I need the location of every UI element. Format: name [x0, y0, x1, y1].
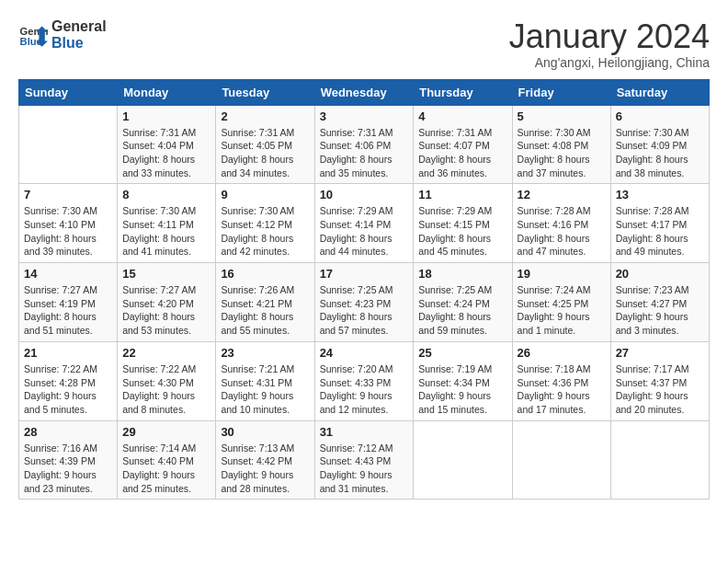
day-number: 27 — [616, 346, 704, 360]
day-number: 29 — [122, 425, 210, 439]
day-info: Sunrise: 7:23 AMSunset: 4:27 PMDaylight:… — [616, 283, 704, 338]
calendar-cell: 5Sunrise: 7:30 AMSunset: 4:08 PMDaylight… — [512, 105, 610, 184]
calendar-cell — [19, 105, 118, 184]
day-info: Sunrise: 7:12 AMSunset: 4:43 PMDaylight:… — [320, 442, 409, 496]
day-info: Sunrise: 7:24 AMSunset: 4:25 PMDaylight:… — [518, 283, 606, 338]
calendar-cell: 11Sunrise: 7:29 AMSunset: 4:15 PMDayligh… — [414, 184, 512, 263]
day-number: 7 — [24, 188, 112, 201]
day-info: Sunrise: 7:30 AMSunset: 4:08 PMDaylight:… — [518, 126, 606, 180]
calendar-cell: 3Sunrise: 7:31 AMSunset: 4:06 PMDaylight… — [314, 105, 414, 184]
day-info: Sunrise: 7:29 AMSunset: 4:15 PMDaylight:… — [418, 204, 506, 259]
calendar-cell: 16Sunrise: 7:26 AMSunset: 4:21 PMDayligh… — [216, 263, 314, 342]
day-info: Sunrise: 7:30 AMSunset: 4:10 PMDaylight:… — [24, 204, 112, 259]
week-row-4: 21Sunrise: 7:22 AMSunset: 4:28 PMDayligh… — [19, 341, 710, 420]
calendar-cell: 27Sunrise: 7:17 AMSunset: 4:37 PMDayligh… — [610, 341, 709, 420]
weekday-header-thursday: Thursday — [414, 79, 512, 105]
day-number: 26 — [518, 346, 606, 360]
weekday-header-saturday: Saturday — [610, 79, 709, 105]
day-info: Sunrise: 7:30 AMSunset: 4:12 PMDaylight:… — [221, 204, 309, 259]
day-info: Sunrise: 7:25 AMSunset: 4:24 PMDaylight:… — [418, 283, 506, 338]
weekday-header-wednesday: Wednesday — [314, 79, 414, 105]
day-number: 30 — [221, 425, 309, 439]
day-info: Sunrise: 7:16 AMSunset: 4:39 PMDaylight:… — [24, 442, 112, 496]
day-number: 4 — [418, 109, 506, 123]
calendar-cell: 14Sunrise: 7:27 AMSunset: 4:19 PMDayligh… — [19, 263, 118, 342]
weekday-header-sunday: Sunday — [19, 79, 118, 105]
day-number: 3 — [320, 109, 409, 123]
day-number: 16 — [221, 267, 309, 281]
weekday-header-friday: Friday — [512, 79, 610, 105]
calendar-cell: 29Sunrise: 7:14 AMSunset: 4:40 PMDayligh… — [118, 420, 216, 500]
day-info: Sunrise: 7:22 AMSunset: 4:28 PMDaylight:… — [24, 362, 112, 417]
day-info: Sunrise: 7:18 AMSunset: 4:36 PMDaylight:… — [518, 362, 606, 417]
day-info: Sunrise: 7:26 AMSunset: 4:21 PMDaylight:… — [221, 283, 309, 338]
day-number: 21 — [24, 346, 112, 360]
day-info: Sunrise: 7:17 AMSunset: 4:37 PMDaylight:… — [616, 362, 704, 417]
calendar-cell: 15Sunrise: 7:27 AMSunset: 4:20 PMDayligh… — [118, 263, 216, 342]
calendar-cell: 30Sunrise: 7:13 AMSunset: 4:42 PMDayligh… — [216, 420, 314, 500]
calendar-table: SundayMondayTuesdayWednesdayThursdayFrid… — [18, 79, 710, 500]
calendar-cell: 6Sunrise: 7:30 AMSunset: 4:09 PMDaylight… — [610, 105, 709, 184]
day-info: Sunrise: 7:14 AMSunset: 4:40 PMDaylight:… — [122, 442, 210, 496]
day-number: 22 — [122, 346, 210, 360]
calendar-cell — [414, 420, 512, 500]
day-info: Sunrise: 7:21 AMSunset: 4:31 PMDaylight:… — [221, 362, 309, 417]
calendar-cell: 8Sunrise: 7:30 AMSunset: 4:11 PMDaylight… — [118, 184, 216, 263]
location-subtitle: Ang'angxi, Heilongjiang, China — [509, 55, 710, 70]
calendar-cell — [512, 420, 610, 500]
day-number: 23 — [221, 346, 309, 360]
day-info: Sunrise: 7:22 AMSunset: 4:30 PMDaylight:… — [122, 362, 210, 417]
week-row-1: 1Sunrise: 7:31 AMSunset: 4:04 PMDaylight… — [19, 105, 710, 184]
calendar-cell: 31Sunrise: 7:12 AMSunset: 4:43 PMDayligh… — [314, 420, 414, 500]
day-info: Sunrise: 7:27 AMSunset: 4:19 PMDaylight:… — [24, 283, 112, 338]
logo-blue: Blue — [51, 35, 107, 52]
calendar-cell: 18Sunrise: 7:25 AMSunset: 4:24 PMDayligh… — [414, 263, 512, 342]
week-row-2: 7Sunrise: 7:30 AMSunset: 4:10 PMDaylight… — [19, 184, 710, 263]
calendar-cell: 21Sunrise: 7:22 AMSunset: 4:28 PMDayligh… — [19, 341, 118, 420]
logo-general: General — [51, 18, 107, 35]
weekday-header-monday: Monday — [118, 79, 216, 105]
day-number: 19 — [518, 267, 606, 281]
weekday-header-row: SundayMondayTuesdayWednesdayThursdayFrid… — [19, 79, 710, 105]
logo-icon: General Blue — [18, 20, 48, 50]
calendar-cell: 1Sunrise: 7:31 AMSunset: 4:04 PMDaylight… — [118, 105, 216, 184]
day-info: Sunrise: 7:13 AMSunset: 4:42 PMDaylight:… — [221, 442, 309, 496]
day-number: 8 — [122, 188, 210, 201]
calendar-cell: 28Sunrise: 7:16 AMSunset: 4:39 PMDayligh… — [19, 420, 118, 500]
day-info: Sunrise: 7:28 AMSunset: 4:16 PMDaylight:… — [518, 204, 606, 259]
day-number: 15 — [122, 267, 210, 281]
day-info: Sunrise: 7:20 AMSunset: 4:33 PMDaylight:… — [320, 362, 409, 417]
calendar-cell: 22Sunrise: 7:22 AMSunset: 4:30 PMDayligh… — [118, 341, 216, 420]
day-number: 17 — [320, 267, 409, 281]
day-number: 10 — [320, 188, 409, 201]
week-row-3: 14Sunrise: 7:27 AMSunset: 4:19 PMDayligh… — [19, 263, 710, 342]
week-row-5: 28Sunrise: 7:16 AMSunset: 4:39 PMDayligh… — [19, 420, 710, 500]
day-info: Sunrise: 7:27 AMSunset: 4:20 PMDaylight:… — [122, 283, 210, 338]
title-block: January 2024 Ang'angxi, Heilongjiang, Ch… — [509, 18, 710, 70]
day-number: 5 — [518, 109, 606, 123]
day-info: Sunrise: 7:31 AMSunset: 4:05 PMDaylight:… — [221, 126, 309, 180]
calendar-cell: 26Sunrise: 7:18 AMSunset: 4:36 PMDayligh… — [512, 341, 610, 420]
calendar-cell — [610, 420, 709, 500]
day-number: 11 — [418, 188, 506, 201]
calendar-cell: 7Sunrise: 7:30 AMSunset: 4:10 PMDaylight… — [19, 184, 118, 263]
day-info: Sunrise: 7:28 AMSunset: 4:17 PMDaylight:… — [616, 204, 704, 259]
day-number: 18 — [418, 267, 506, 281]
day-info: Sunrise: 7:30 AMSunset: 4:11 PMDaylight:… — [122, 204, 210, 259]
calendar-cell: 4Sunrise: 7:31 AMSunset: 4:07 PMDaylight… — [414, 105, 512, 184]
calendar-cell: 23Sunrise: 7:21 AMSunset: 4:31 PMDayligh… — [216, 341, 314, 420]
day-number: 1 — [122, 109, 210, 123]
calendar-cell: 19Sunrise: 7:24 AMSunset: 4:25 PMDayligh… — [512, 263, 610, 342]
day-number: 14 — [24, 267, 112, 281]
day-number: 12 — [518, 188, 606, 201]
calendar-cell: 13Sunrise: 7:28 AMSunset: 4:17 PMDayligh… — [610, 184, 709, 263]
day-number: 25 — [418, 346, 506, 360]
weekday-header-tuesday: Tuesday — [216, 79, 314, 105]
day-number: 13 — [616, 188, 704, 201]
day-info: Sunrise: 7:29 AMSunset: 4:14 PMDaylight:… — [320, 204, 409, 259]
day-number: 31 — [320, 425, 409, 439]
day-info: Sunrise: 7:19 AMSunset: 4:34 PMDaylight:… — [418, 362, 506, 417]
day-info: Sunrise: 7:31 AMSunset: 4:04 PMDaylight:… — [122, 126, 210, 180]
calendar-cell: 10Sunrise: 7:29 AMSunset: 4:14 PMDayligh… — [314, 184, 414, 263]
day-number: 20 — [616, 267, 704, 281]
